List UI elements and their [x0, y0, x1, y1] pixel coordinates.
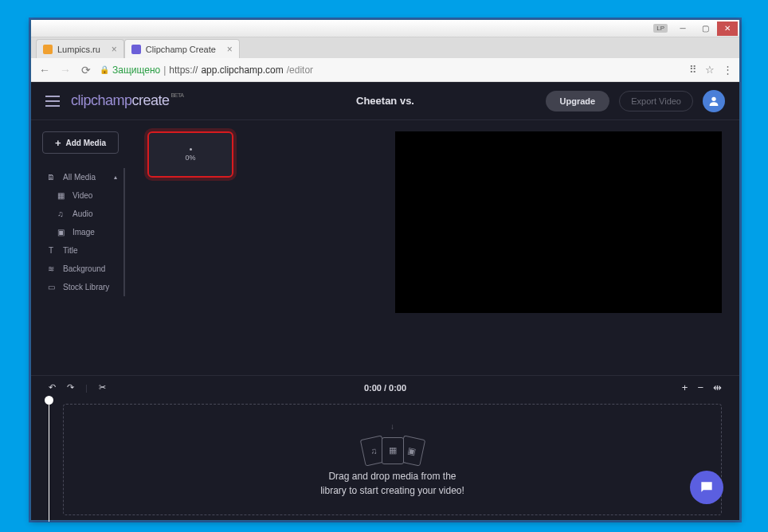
- close-button[interactable]: ✕: [717, 22, 738, 36]
- undo-button[interactable]: ↶: [49, 382, 56, 393]
- file-icon: 🗎: [45, 173, 57, 182]
- timeline-dropzone[interactable]: ↓ ♫ ▦ ▣ Drag and drop media from the lib…: [63, 404, 722, 515]
- film-icon: ▦: [55, 191, 66, 200]
- film-card-icon: ▦: [382, 437, 404, 464]
- time-display: 0:00 / 0:00: [364, 383, 406, 393]
- zoom-in-button[interactable]: +: [682, 381, 688, 393]
- app-header: clipchampcreateBETA Cheetan vs. Upgrade …: [31, 82, 739, 120]
- sidebar-item-video[interactable]: ▦ Video: [42, 186, 120, 205]
- favicon-icon: [43, 45, 53, 54]
- media-grid: 0%: [125, 120, 380, 375]
- text-icon: T: [45, 246, 57, 255]
- timeline[interactable]: ↓ ♫ ▦ ▣ Drag and drop media from the lib…: [31, 399, 739, 531]
- translate-icon[interactable]: ⠿: [689, 64, 697, 76]
- tab-clipchamp[interactable]: Clipchamp Create ×: [124, 39, 240, 58]
- secure-label: Защищено: [112, 65, 160, 76]
- back-button[interactable]: ←: [37, 63, 52, 77]
- chevron-up-icon: ▴: [114, 174, 117, 181]
- bookmark-icon[interactable]: ☆: [705, 64, 715, 76]
- sidebar-item-label: Image: [72, 228, 95, 237]
- url-scheme: https://: [169, 65, 198, 76]
- playhead-knob[interactable]: [45, 396, 53, 405]
- sidebar-item-label: All Media: [63, 173, 96, 182]
- favicon-icon: [131, 45, 141, 54]
- zoom-out-button[interactable]: −: [697, 381, 703, 393]
- url-path: /editor: [287, 65, 313, 76]
- sidebar-item-all-media[interactable]: 🗎 All Media ▴: [42, 168, 120, 186]
- plus-icon: +: [55, 137, 61, 149]
- menu-button[interactable]: [45, 96, 60, 107]
- minimize-button[interactable]: ─: [672, 22, 693, 36]
- uploading-media-card[interactable]: 0%: [147, 131, 233, 178]
- logo: clipchampcreateBETA: [71, 92, 183, 109]
- image-icon: ▣: [55, 228, 66, 237]
- upgrade-button[interactable]: Upgrade: [546, 91, 610, 111]
- tab-lumpics[interactable]: Lumpics.ru ×: [36, 39, 124, 58]
- scissors-icon[interactable]: ✂: [99, 382, 106, 393]
- tab-close-icon[interactable]: ×: [112, 44, 117, 55]
- chat-button[interactable]: [690, 471, 723, 504]
- timeline-toolbar: ↶ ↷ | ✂ 0:00 / 0:00 + − ⇹: [31, 375, 739, 399]
- preview-canvas[interactable]: [395, 131, 722, 313]
- add-media-button[interactable]: + Add Media: [42, 131, 119, 154]
- sidebar-item-label: Audio: [72, 209, 93, 218]
- add-media-label: Add Media: [66, 139, 107, 147]
- sidebar-item-label: Stock Library: [63, 283, 109, 291]
- tab-label: Lumpics.ru: [57, 45, 100, 54]
- lock-icon: 🔒: [100, 65, 109, 74]
- lp-badge: LP: [653, 24, 668, 33]
- spinner-icon: [190, 148, 192, 151]
- sidebar-item-label: Title: [63, 246, 78, 255]
- address-bar: ← → ⟳ 🔒 Защищено | https://app.clipchamp…: [31, 58, 739, 82]
- url-host: app.clipchamp.com: [201, 65, 283, 76]
- sidebar-item-label: Video: [72, 191, 92, 200]
- sidebar-item-title[interactable]: T Title: [42, 241, 120, 260]
- svg-point-0: [711, 96, 715, 100]
- export-button[interactable]: Export Video: [619, 91, 693, 111]
- sidebar-item-image[interactable]: ▣ Image: [42, 223, 120, 241]
- zoom-fit-button[interactable]: ⇹: [713, 381, 722, 393]
- dropzone-icons: ♫ ▦ ▣: [362, 437, 423, 464]
- forward-button[interactable]: →: [58, 63, 72, 77]
- preview-area: [395, 120, 739, 375]
- sidebar: + Add Media 🗎 All Media ▴ ▦ Video ♫: [31, 120, 125, 375]
- library-icon: ▭: [45, 283, 57, 291]
- url-field[interactable]: 🔒 Защищено | https://app.clipchamp.com/e…: [100, 65, 683, 76]
- sidebar-item-label: Background: [63, 264, 105, 273]
- avatar[interactable]: [703, 90, 725, 112]
- reload-button[interactable]: ⟳: [79, 63, 93, 77]
- music-icon: ♫: [55, 209, 66, 218]
- sidebar-item-audio[interactable]: ♫ Audio: [42, 205, 120, 223]
- tab-label: Clipchamp Create: [146, 45, 216, 54]
- sidebar-item-background[interactable]: ≋ Background: [42, 260, 120, 278]
- dropzone-text: Drag and drop media from the library to …: [320, 469, 464, 498]
- browser-tabs: Lumpics.ru × Clipchamp Create ×: [31, 37, 739, 58]
- arrow-down-icon: ↓: [390, 422, 394, 431]
- upload-progress: 0%: [185, 154, 195, 162]
- maximize-button[interactable]: ▢: [695, 22, 715, 36]
- redo-button[interactable]: ↷: [67, 382, 74, 393]
- project-title[interactable]: Cheetan vs.: [356, 95, 414, 107]
- tab-close-icon[interactable]: ×: [227, 44, 233, 55]
- window-titlebar: LP ─ ▢ ✕: [31, 20, 739, 37]
- layers-icon: ≋: [45, 264, 57, 273]
- menu-icon[interactable]: ⋮: [723, 64, 733, 76]
- playhead[interactable]: [49, 399, 49, 522]
- sidebar-item-stock[interactable]: ▭ Stock Library: [42, 278, 120, 296]
